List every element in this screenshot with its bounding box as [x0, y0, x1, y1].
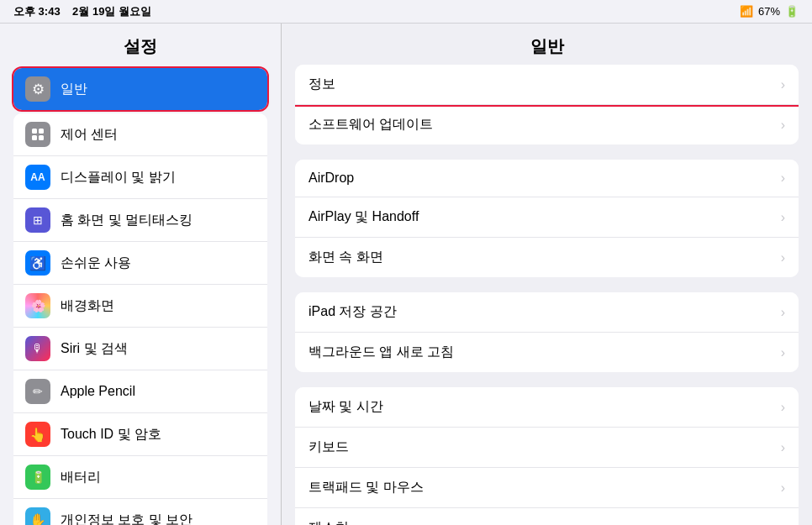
settings-group-general: ⚙ 일반: [13, 68, 267, 110]
left-scroll-area[interactable]: ⚙ 일반 제어 센터: [0, 65, 281, 525]
sidebar-item-touchid[interactable]: 👆 Touch ID 및 암호: [13, 413, 267, 456]
sidebar-item-battery[interactable]: 🔋 배터리: [13, 456, 267, 499]
trackpad-label: 트랙패드 및 마우스: [308, 479, 774, 496]
status-time-date: 오후 3:43 2월 19일 월요일: [13, 4, 151, 19]
right-item-keyboard[interactable]: 키보드 ›: [295, 428, 799, 468]
right-item-gesture[interactable]: 제스처 ›: [295, 508, 799, 525]
pip-label: 화면 속 화면: [308, 249, 774, 266]
svg-rect-2: [32, 135, 37, 140]
gesture-chevron: ›: [781, 521, 785, 526]
right-item-pip[interactable]: 화면 속 화면 ›: [295, 238, 799, 277]
homescreen-icon: ⊞: [25, 207, 50, 233]
background-refresh-chevron: ›: [781, 345, 785, 360]
right-item-background-refresh[interactable]: 백그라운드 앱 새로 고침 ›: [295, 333, 799, 372]
datetime-label: 날짜 및 시간: [308, 398, 774, 416]
svg-rect-3: [39, 135, 44, 140]
about-chevron: ›: [781, 77, 785, 92]
applepencil-icon: ✏: [25, 379, 50, 404]
gesture-label: 제스처: [308, 519, 774, 525]
wifi-icon: 📶: [740, 5, 753, 18]
ipad-storage-label: iPad 저장 공간: [308, 303, 774, 321]
airplay-handoff-chevron: ›: [781, 210, 785, 225]
right-panel-title: 일반: [282, 24, 812, 65]
battery-label: 배터리: [61, 469, 256, 486]
battery-icon: 🔋: [785, 5, 799, 18]
general-label: 일반: [61, 81, 256, 98]
main-layout: 설정 ⚙ 일반: [0, 24, 812, 525]
trackpad-chevron: ›: [781, 480, 785, 496]
siri-label: Siri 및 검색: [61, 340, 256, 358]
status-time: 오후 3:43: [13, 5, 61, 18]
right-item-airdrop[interactable]: AirDrop ›: [295, 160, 799, 197]
airplay-handoff-label: AirPlay 및 Handoff: [308, 208, 774, 226]
sidebar-item-display[interactable]: AA 디스플레이 및 밝기: [13, 156, 267, 199]
applepencil-label: Apple Pencil: [61, 384, 256, 399]
airdrop-label: AirDrop: [308, 171, 774, 186]
right-panel: 일반 정보 › 소프트웨어 업데이트 › AirDrop ›: [282, 24, 812, 525]
software-update-label: 소프트웨어 업데이트: [308, 116, 774, 134]
wallpaper-icon: 🌸: [25, 293, 50, 318]
svg-rect-1: [39, 129, 44, 134]
software-update-chevron: ›: [781, 118, 785, 133]
sidebar-item-siri[interactable]: 🎙 Siri 및 검색: [13, 328, 267, 370]
status-date: 2월 19일 월요일: [72, 5, 151, 18]
control-center-icon: [25, 122, 50, 147]
status-indicators: 📶 67% 🔋: [740, 5, 799, 18]
wallpaper-label: 배경화면: [61, 297, 256, 315]
background-refresh-label: 백그라운드 앱 새로 고침: [308, 344, 774, 361]
privacy-label: 개인정보 보호 및 보안: [61, 512, 256, 526]
settings-group-controls: 제어 센터 AA 디스플레이 및 밝기 ⊞ 홈 화면 및 멀티태스킹 ♿ 손쉬운…: [13, 113, 267, 525]
sidebar-item-control-center[interactable]: 제어 센터: [13, 113, 267, 156]
accessibility-label: 손쉬운 사용: [61, 255, 256, 272]
accessibility-icon: ♿: [25, 250, 50, 276]
pip-chevron: ›: [781, 250, 785, 265]
right-scroll-area[interactable]: 정보 › 소프트웨어 업데이트 › AirDrop › AirPlay 및 Ha…: [282, 65, 812, 525]
siri-icon: 🎙: [25, 336, 50, 361]
right-item-ipad-storage[interactable]: iPad 저장 공간 ›: [295, 292, 799, 333]
control-center-label: 제어 센터: [61, 126, 256, 144]
svg-rect-0: [32, 129, 37, 134]
left-panel: 설정 ⚙ 일반: [0, 24, 282, 525]
datetime-chevron: ›: [781, 400, 785, 415]
about-label: 정보: [308, 76, 774, 93]
right-item-airplay-handoff[interactable]: AirPlay 및 Handoff ›: [295, 197, 799, 238]
ipad-storage-chevron: ›: [781, 305, 785, 320]
general-icon: ⚙: [25, 76, 50, 102]
sidebar-item-wallpaper[interactable]: 🌸 배경화면: [13, 285, 267, 328]
sidebar-item-applepencil[interactable]: ✏ Apple Pencil: [13, 370, 267, 413]
airdrop-chevron: ›: [781, 171, 785, 186]
keyboard-label: 키보드: [308, 438, 774, 456]
sidebar-item-general[interactable]: ⚙ 일반: [13, 68, 267, 110]
battery-icon-nav: 🔋: [25, 465, 50, 490]
right-group-storage: iPad 저장 공간 › 백그라운드 앱 새로 고침 ›: [295, 292, 799, 372]
display-label: 디스플레이 및 밝기: [61, 169, 256, 186]
touchid-label: Touch ID 및 암호: [61, 426, 256, 444]
battery-text: 67%: [758, 5, 780, 18]
keyboard-chevron: ›: [781, 440, 785, 455]
right-item-datetime[interactable]: 날짜 및 시간 ›: [295, 387, 799, 428]
sidebar-item-accessibility[interactable]: ♿ 손쉬운 사용: [13, 242, 267, 285]
right-group-connectivity: AirDrop › AirPlay 및 Handoff › 화면 속 화면 ›: [295, 160, 799, 277]
sidebar-item-privacy[interactable]: ✋ 개인정보 보호 및 보안: [13, 499, 267, 525]
homescreen-label: 홈 화면 및 멀티태스킹: [61, 212, 256, 229]
right-group-datetime: 날짜 및 시간 › 키보드 › 트랙패드 및 마우스 › 제스처 › 언어: [295, 387, 799, 525]
right-item-software-update[interactable]: 소프트웨어 업데이트 ›: [295, 105, 799, 144]
right-group-about: 정보 › 소프트웨어 업데이트 ›: [295, 65, 799, 144]
touchid-icon: 👆: [25, 422, 50, 447]
sidebar-item-homescreen[interactable]: ⊞ 홈 화면 및 멀티태스킹: [13, 199, 267, 242]
left-panel-title: 설정: [0, 24, 281, 65]
status-bar: 오후 3:43 2월 19일 월요일 📶 67% 🔋: [0, 0, 812, 24]
right-item-about[interactable]: 정보 ›: [295, 65, 799, 105]
display-icon: AA: [25, 165, 50, 190]
right-item-trackpad[interactable]: 트랙패드 및 마우스 ›: [295, 468, 799, 508]
privacy-icon: ✋: [25, 507, 50, 525]
